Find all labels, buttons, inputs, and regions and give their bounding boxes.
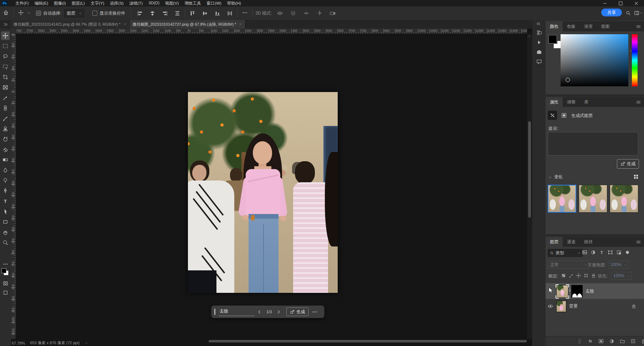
- tool-lasso[interactable]: [1, 52, 10, 61]
- panel-menu-icon[interactable]: [636, 239, 641, 245]
- menu-item[interactable]: 增效工具: [182, 0, 204, 7]
- layer-mask-thumbnail[interactable]: [571, 285, 583, 298]
- more-options-icon[interactable]: [242, 10, 247, 16]
- tool-history-brush[interactable]: [1, 135, 10, 143]
- taskbar-grip-handle[interactable]: [214, 309, 215, 315]
- align-right-icon[interactable]: [162, 11, 168, 16]
- checkerboard-icon[interactable]: [561, 273, 566, 278]
- tool-path-selection[interactable]: [1, 207, 10, 216]
- fx-icon[interactable]: fx: [588, 339, 593, 344]
- menu-item[interactable]: 文件(F): [12, 0, 32, 7]
- image-filter-icon[interactable]: [582, 250, 587, 255]
- menu-item[interactable]: 选择(S): [107, 0, 126, 7]
- tool-gradient[interactable]: [1, 156, 10, 164]
- tool-hand[interactable]: [1, 228, 10, 236]
- tool-pen[interactable]: [1, 187, 10, 195]
- comments-panel-icon[interactable]: [536, 58, 543, 65]
- actions-panel-icon[interactable]: [536, 39, 543, 46]
- close-button[interactable]: [628, 0, 644, 6]
- panel-tab[interactable]: 渐变: [580, 21, 597, 31]
- adjustment-filter-icon[interactable]: [591, 250, 596, 255]
- align-center-h-icon[interactable]: [150, 11, 155, 16]
- tool-type[interactable]: T: [1, 197, 10, 205]
- panel-tab[interactable]: 路径: [580, 237, 597, 247]
- hue-marker-icon[interactable]: [629, 49, 632, 52]
- camera-3d-icon[interactable]: [330, 10, 336, 16]
- history-panel-icon[interactable]: [536, 29, 543, 36]
- tool-spot-healing[interactable]: [1, 104, 10, 112]
- tool-dodge[interactable]: [1, 176, 10, 185]
- panel-menu-icon[interactable]: [636, 24, 641, 29]
- document-tab[interactable]: 微信截图_20231010142737.png @ 67.8% (去除, RGB…: [130, 20, 246, 29]
- auto-select-checkbox[interactable]: [36, 11, 41, 16]
- move-icon[interactable]: [576, 273, 581, 278]
- menu-item[interactable]: 图层(L): [69, 0, 88, 7]
- distribute-h-icon[interactable]: [227, 11, 232, 16]
- artboard-icon[interactable]: [584, 273, 588, 278]
- foreground-color-swatch[interactable]: [548, 35, 557, 44]
- panel-tab[interactable]: 图案: [597, 21, 614, 31]
- menu-item[interactable]: 文字(Y): [88, 0, 107, 7]
- variation-thumbnail[interactable]: [548, 185, 576, 213]
- panel-tab[interactable]: 图层: [546, 237, 563, 247]
- link-icon[interactable]: [577, 339, 582, 344]
- panel-tab[interactable]: 色板: [563, 21, 580, 31]
- distribute-v-icon[interactable]: [175, 11, 180, 16]
- slide-3d-icon[interactable]: [317, 10, 322, 16]
- menu-item[interactable]: 图像(I): [51, 0, 69, 7]
- tool-zoom[interactable]: [1, 238, 10, 247]
- menu-item[interactable]: 帮助(H): [224, 0, 244, 7]
- document-tab[interactable]: 微信截图_20231010141421.png @ 66.7% (图层 0, R…: [11, 20, 130, 29]
- show-transform-checkbox[interactable]: [92, 11, 97, 16]
- prompt-input[interactable]: [548, 132, 638, 156]
- panel-menu-icon[interactable]: [636, 100, 641, 105]
- brush-icon[interactable]: [569, 273, 573, 278]
- zoom-level[interactable]: 67.78%: [12, 341, 25, 345]
- taskbar-prompt-input[interactable]: 去除: [219, 307, 255, 316]
- maximize-button[interactable]: [613, 0, 628, 6]
- visibility-toggle[interactable]: [546, 304, 555, 309]
- screen-mode-button[interactable]: [1, 288, 10, 297]
- align-left-icon[interactable]: [137, 11, 143, 16]
- variations-header[interactable]: 变化: [548, 174, 563, 180]
- tool-object-selection[interactable]: [1, 62, 10, 71]
- saturation-brightness-field[interactable]: [561, 34, 628, 86]
- hue-slider[interactable]: [632, 34, 638, 86]
- quick-mask-button[interactable]: [1, 279, 10, 288]
- taskbar-generate-button[interactable]: 生成: [286, 307, 308, 316]
- trash-icon[interactable]: [641, 339, 644, 344]
- status-arrow-icon[interactable]: [85, 341, 88, 345]
- folder-icon[interactable]: [620, 339, 625, 344]
- tab-close-button[interactable]: [239, 22, 242, 26]
- tool-eraser[interactable]: [1, 145, 10, 154]
- lock-icon[interactable]: [591, 273, 596, 278]
- tool-blur[interactable]: [1, 166, 10, 174]
- vertical-scrollbar[interactable]: [527, 34, 532, 339]
- tool-crop[interactable]: [1, 73, 10, 81]
- menu-item[interactable]: 窗口(W): [204, 0, 224, 7]
- chevron-down-icon[interactable]: [27, 11, 31, 16]
- panel-tab[interactable]: 库: [580, 97, 593, 107]
- next-variation-icon[interactable]: [276, 309, 281, 315]
- layer-name[interactable]: 去除: [586, 288, 594, 294]
- expand-panels-icon[interactable]: [536, 21, 541, 26]
- minimize-button[interactable]: [597, 0, 613, 6]
- panel-tab[interactable]: 属性: [546, 97, 563, 107]
- search-icon[interactable]: [625, 10, 631, 16]
- horizontal-ruler[interactable]: 7507006506005505004504003503002502001501…: [16, 29, 527, 34]
- menu-item[interactable]: 3D(D): [145, 0, 162, 7]
- move-tool-icon[interactable]: [18, 10, 24, 16]
- tool-rectangle[interactable]: [1, 218, 10, 226]
- variation-thumbnail[interactable]: [610, 185, 638, 213]
- variation-thumbnail[interactable]: [579, 185, 607, 213]
- new-layer-icon[interactable]: [630, 339, 636, 344]
- color-picker-cursor[interactable]: [566, 78, 570, 82]
- share-button[interactable]: 共享: [601, 9, 622, 16]
- generate-button[interactable]: 生成: [617, 159, 639, 169]
- type-filter-icon[interactable]: T: [599, 250, 604, 255]
- layer-row-quchu[interactable]: 去除: [546, 283, 644, 299]
- align-top-icon[interactable]: [190, 11, 195, 16]
- layer-thumbnail[interactable]: [556, 285, 568, 298]
- previous-variation-icon[interactable]: [257, 309, 262, 315]
- align-center-v-icon[interactable]: [202, 11, 208, 16]
